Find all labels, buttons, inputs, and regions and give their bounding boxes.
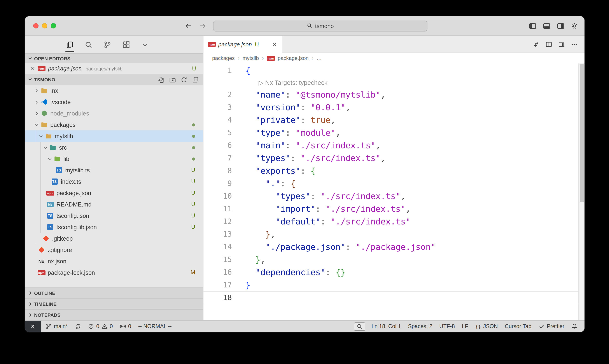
status-git-branch[interactable]: main* bbox=[42, 321, 71, 332]
more-icon[interactable] bbox=[571, 41, 578, 48]
status-vim-mode[interactable]: -- NORMAL -- bbox=[135, 321, 175, 332]
code-line-text[interactable]: "types": "./src/index.ts", bbox=[238, 152, 386, 165]
tree-item-node-modules[interactable]: node_modules bbox=[25, 108, 203, 119]
tree-item-tsconfig-json[interactable]: TStsconfig.jsonU bbox=[25, 210, 203, 221]
tree-item-mytslib[interactable]: mytslib bbox=[25, 130, 203, 142]
code-line-text[interactable]: ".": { bbox=[238, 177, 296, 190]
open-editors-header[interactable]: OPEN EDITORS bbox=[25, 53, 203, 63]
split-icon[interactable] bbox=[545, 41, 552, 48]
activity-chevron-down[interactable] bbox=[141, 36, 149, 53]
status-notifications[interactable] bbox=[568, 321, 581, 332]
tree-item-nx-json[interactable]: Nxnx.json bbox=[25, 256, 203, 267]
status-indentation[interactable]: Spaces: 2 bbox=[404, 321, 436, 332]
code-token: } bbox=[256, 255, 260, 264]
breadcrumb-item[interactable]: package.json bbox=[278, 55, 309, 61]
tree-chevron bbox=[33, 99, 40, 105]
new-file-icon[interactable] bbox=[158, 76, 165, 83]
code-line-text[interactable]: }, bbox=[238, 253, 266, 266]
activity-extensions[interactable] bbox=[122, 36, 130, 53]
close-icon[interactable] bbox=[29, 66, 35, 71]
new-folder-icon[interactable] bbox=[169, 76, 176, 83]
tree-item--gitkeep[interactable]: .gitkeep bbox=[25, 233, 203, 244]
tree-item-packages[interactable]: packages bbox=[25, 119, 203, 130]
code-line-text[interactable]: "default": "./src/index.ts" bbox=[238, 215, 411, 228]
code-line-text[interactable]: "dependencies": {} bbox=[238, 266, 346, 279]
explorer-actions bbox=[158, 76, 199, 83]
code-line-text[interactable]: "import": "./src/index.ts", bbox=[238, 203, 411, 215]
code-line-text[interactable]: "private": true, bbox=[238, 114, 336, 126]
scrollbar[interactable] bbox=[578, 64, 584, 320]
scrollbar-thumb[interactable] bbox=[580, 64, 584, 202]
code-line-text[interactable]: "./package.json": "./package.json" bbox=[238, 241, 436, 253]
line-number: 5 bbox=[203, 126, 238, 139]
code-line-text[interactable]: "exports": { bbox=[238, 165, 315, 177]
code-line-text[interactable]: "main": "./src/index.ts", bbox=[238, 139, 381, 152]
line-number: 10 bbox=[203, 190, 238, 203]
activity-source-control[interactable] bbox=[104, 36, 111, 53]
tree-item-index-ts[interactable]: TSindex.tsU bbox=[25, 176, 203, 187]
status-ports[interactable]: 0 bbox=[116, 321, 135, 332]
panel-right-icon[interactable] bbox=[557, 22, 564, 29]
activity-search[interactable] bbox=[85, 36, 92, 53]
arrow-left-icon[interactable] bbox=[185, 22, 192, 29]
close-window-button[interactable] bbox=[33, 23, 39, 28]
explorer-header[interactable]: TSMONO bbox=[25, 74, 203, 85]
section-timeline[interactable]: TIMELINE bbox=[25, 298, 203, 309]
status-sync[interactable] bbox=[71, 321, 84, 332]
line-number: 8 bbox=[203, 165, 238, 177]
tab-close-icon[interactable] bbox=[272, 41, 277, 47]
code-line-text[interactable]: "types": "./src/index.ts", bbox=[238, 190, 406, 203]
tree-item-mytslib-ts[interactable]: TSmytslib.tsU bbox=[25, 165, 203, 176]
tree-item-label: .gitkeep bbox=[52, 235, 73, 242]
status-remote-indicator[interactable] bbox=[25, 321, 41, 332]
tree-item--gitignore[interactable]: .gitignore bbox=[25, 244, 203, 256]
chevron-down-icon bbox=[33, 122, 39, 128]
tree-item-package-json[interactable]: npmpackage.jsonU bbox=[25, 187, 203, 199]
zoom-window-button[interactable] bbox=[51, 23, 56, 28]
compare-icon[interactable] bbox=[533, 41, 539, 48]
code-line-text[interactable]: }, bbox=[238, 228, 275, 241]
tree-item-readme-md[interactable]: M↓README.mdU bbox=[25, 199, 203, 210]
command-center-search[interactable]: tsmono bbox=[213, 21, 428, 31]
status-zoom[interactable] bbox=[354, 322, 365, 331]
panel-bottom-icon[interactable] bbox=[543, 22, 550, 29]
code-line-text[interactable] bbox=[238, 291, 246, 304]
breadcrumb-item[interactable]: mytslib bbox=[243, 55, 259, 61]
status-encoding[interactable]: UTF-8 bbox=[436, 321, 458, 332]
status-formatter[interactable]: Prettier bbox=[535, 321, 568, 332]
code-line-text[interactable]: } bbox=[238, 279, 250, 291]
gear-icon[interactable] bbox=[571, 22, 578, 29]
tree-item-tsconfig-lib-json[interactable]: TStsconfig.lib.jsonU bbox=[25, 221, 203, 233]
breadcrumb-item[interactable]: packages bbox=[212, 55, 235, 61]
tree-item--nx[interactable]: .nx bbox=[25, 85, 203, 96]
panel-left-icon[interactable] bbox=[529, 22, 536, 29]
status-eol[interactable]: LF bbox=[458, 321, 472, 332]
activity-files[interactable] bbox=[66, 36, 74, 53]
line-number: 15 bbox=[203, 253, 238, 266]
collapse-all-icon[interactable] bbox=[192, 76, 199, 83]
layout-icon[interactable] bbox=[558, 41, 565, 48]
tree-item-src[interactable]: src bbox=[25, 142, 203, 153]
code-line-text[interactable]: "version": "0.0.1", bbox=[238, 101, 351, 114]
tree-item-lib[interactable]: lib bbox=[25, 153, 203, 165]
tree-item--vscode[interactable]: .vscode bbox=[25, 96, 203, 108]
code-line-text[interactable]: "type": "module", bbox=[238, 126, 341, 139]
section-outline[interactable]: OUTLINE bbox=[25, 287, 203, 298]
section-notepads[interactable]: NOTEPADS bbox=[25, 309, 203, 320]
status-problems[interactable]: 00 bbox=[84, 321, 116, 332]
status-language-mode[interactable]: {}JSON bbox=[472, 321, 501, 332]
minimize-window-button[interactable] bbox=[42, 23, 47, 28]
sidebar-sections: OUTLINETIMELINENOTEPADS bbox=[25, 287, 203, 320]
code-editor[interactable]: 1{▷ Nx Targets: typecheck2 "name": "@tsm… bbox=[203, 64, 584, 320]
refresh-icon[interactable] bbox=[181, 76, 187, 83]
code-line-text[interactable]: { bbox=[238, 64, 250, 77]
tab-package-json[interactable]: npmpackage.jsonU bbox=[203, 36, 282, 53]
breadcrumb-item[interactable]: … bbox=[317, 55, 322, 61]
codelens-nx-targets[interactable]: ▷ Nx Targets: typecheck bbox=[203, 77, 584, 88]
arrow-right-icon[interactable] bbox=[199, 22, 206, 29]
open-editor-item[interactable]: npmpackage.jsonpackages/mytslibU bbox=[25, 63, 203, 74]
tree-item-package-lock-json[interactable]: npmpackage-lock.jsonM bbox=[25, 267, 203, 278]
status-cursor-position[interactable]: Ln 18, Col 1 bbox=[368, 321, 404, 332]
code-line-text[interactable]: "name": "@tsmono/mytslib", bbox=[238, 88, 386, 101]
status-cursor-tab[interactable]: Cursor Tab bbox=[501, 321, 535, 332]
